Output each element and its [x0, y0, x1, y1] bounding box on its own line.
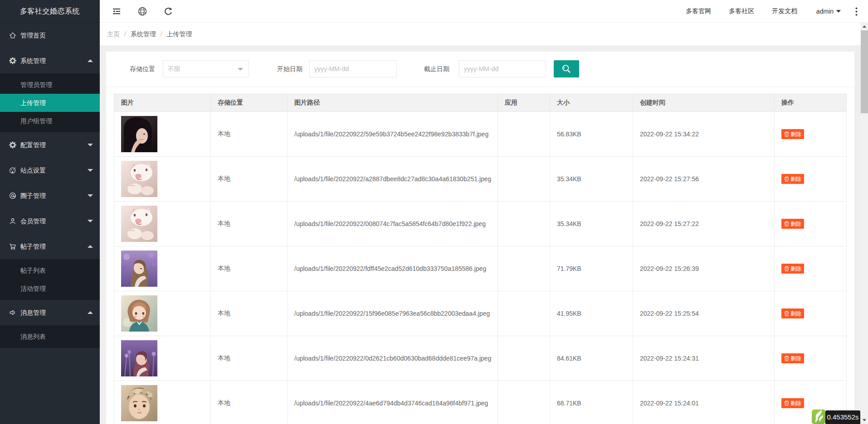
sidebar-item-system[interactable]: 系统管理 [0, 48, 100, 73]
cell-path: /uploads/1/file/20220922/4ae6d794db4d374… [288, 381, 498, 424]
delete-button[interactable]: 删除 [781, 398, 804, 408]
breadcrumb-home[interactable]: 主页 [107, 30, 120, 38]
upload-thumbnail[interactable] [121, 251, 210, 287]
sidebar-item-label: 消息管理 [20, 300, 46, 325]
upload-thumbnail[interactable] [121, 385, 210, 421]
chevron-down-icon [88, 144, 93, 146]
sidebar-item-post-list[interactable]: 帖子列表 [0, 261, 100, 279]
table-header-row: 图片 存储位置 图片路径 应用 大小 创建时间 操作 [114, 94, 847, 112]
refresh-button[interactable] [159, 0, 177, 23]
delete-button[interactable]: 删除 [781, 174, 804, 184]
cell-created: 2022-09-22 15:25:54 [633, 291, 775, 336]
col-app: 应用 [498, 94, 550, 112]
cell-storage: 本地 [211, 246, 288, 291]
upload-thumbnail[interactable] [121, 340, 210, 376]
delete-button[interactable]: 删除 [781, 129, 804, 139]
cell-size: 71.79KB [550, 246, 633, 291]
cell-actions: 删除 [775, 112, 847, 157]
delete-button[interactable]: 删除 [781, 219, 804, 229]
gear-icon [9, 57, 16, 64]
end-date-input[interactable] [459, 60, 546, 77]
cell-path: /uploads/1/file/20220922/fdff45e2cad52d6… [288, 246, 498, 291]
uploads-table-wrap: 图片 存储位置 图片路径 应用 大小 创建时间 操作 本地/uploads/1/… [114, 94, 847, 424]
start-date-label: 开始日期 [277, 60, 302, 77]
cell-path: /uploads/1/file/20220922/15f96e085e7963e… [288, 291, 498, 336]
upload-thumbnail[interactable] [121, 161, 210, 197]
sidebar-item-message[interactable]: 消息管理 [0, 300, 100, 325]
cell-created: 2022-09-22 15:26:39 [633, 246, 775, 291]
scroll-up-arrow[interactable] [861, 23, 868, 30]
delete-button[interactable]: 删除 [781, 308, 804, 318]
sidebar-item-usergroup-manage[interactable]: 用户组管理 [0, 112, 100, 130]
storage-select-value: 不限 [168, 61, 180, 77]
table-row: 本地/uploads/1/file/20220922/4ae6d794db4d3… [114, 381, 847, 424]
cell-storage: 本地 [211, 112, 288, 157]
sidebar-item-admin-manage[interactable]: 管理员管理 [0, 76, 100, 94]
scroll-down-arrow[interactable] [861, 416, 868, 424]
vertical-scrollbar[interactable] [861, 23, 868, 424]
more-menu-button[interactable] [851, 7, 862, 15]
chevron-up-icon [88, 245, 93, 248]
more-vertical-icon [855, 7, 858, 16]
cell-size: 35.34KB [550, 157, 633, 202]
search-button[interactable] [554, 60, 579, 77]
link-official-site[interactable]: 多客官网 [686, 7, 711, 15]
cell-path: /uploads/1/file/20220922/59e59b3724b5ee2… [288, 112, 498, 157]
sidebar-item-post[interactable]: 帖子管理 [0, 234, 100, 259]
sidebar-item-circle[interactable]: 圈子管理 [0, 183, 100, 208]
cell-size: 84.61KB [550, 336, 633, 381]
cell-image [114, 112, 211, 157]
sidebar-item-label: 圈子管理 [20, 183, 46, 208]
cell-actions: 删除 [775, 336, 847, 381]
chevron-down-icon [88, 194, 93, 197]
delete-label: 删除 [790, 353, 801, 363]
sidebar-nav: 管理首页 系统管理 管理员管理 上传管理 用户组管理 配置管理 站点设置 圈子管… [0, 23, 100, 348]
delete-button[interactable]: 删除 [781, 264, 804, 274]
thinkphp-debug-time[interactable]: 0.453552s [825, 410, 860, 424]
cell-storage: 本地 [211, 336, 288, 381]
link-dev-docs[interactable]: 开发文档 [772, 7, 797, 15]
cell-actions: 删除 [775, 157, 847, 202]
trash-icon [784, 356, 789, 361]
cell-size: 68.71KB [550, 381, 633, 424]
sidebar-item-site[interactable]: 站点设置 [0, 158, 100, 183]
scrollbar-thumb[interactable] [861, 30, 868, 113]
storage-select[interactable]: 不限 [163, 60, 249, 77]
delete-label: 删除 [790, 264, 801, 274]
collapse-sidebar-button[interactable] [107, 0, 126, 23]
sidebar-submenu-post: 帖子列表 活动管理 [0, 259, 100, 300]
sidebar-item-home[interactable]: 管理首页 [0, 23, 100, 48]
speaker-icon [9, 309, 16, 316]
cell-path: /uploads/1/file/20220922/a2887dbee8dc27a… [288, 157, 498, 202]
upload-thumbnail[interactable] [121, 206, 210, 242]
sidebar-item-member[interactable]: 会员管理 [0, 208, 100, 234]
upload-thumbnail[interactable] [121, 295, 210, 332]
thinkphp-debug-logo[interactable] [812, 410, 825, 424]
cell-actions: 删除 [775, 291, 847, 336]
breadcrumb-separator: / [161, 30, 162, 38]
language-globe-button[interactable] [133, 0, 151, 23]
cell-storage: 本地 [211, 291, 288, 336]
link-community[interactable]: 多客社区 [729, 7, 754, 15]
chevron-down-icon [88, 220, 93, 222]
upload-thumbnail[interactable] [121, 116, 210, 152]
chevron-down-icon[interactable] [836, 10, 841, 13]
user-menu[interactable]: admin [816, 8, 834, 15]
cell-actions: 删除 [775, 202, 847, 246]
table-row: 本地/uploads/1/file/20220922/fdff45e2cad52… [114, 246, 847, 291]
table-body: 本地/uploads/1/file/20220922/59e59b3724b5e… [114, 112, 847, 424]
cell-app [498, 291, 550, 336]
cell-storage: 本地 [211, 157, 288, 202]
sidebar-item-message-list[interactable]: 消息列表 [0, 328, 100, 346]
cell-size: 41.95KB [550, 291, 633, 336]
sidebar-item-config[interactable]: 配置管理 [0, 132, 100, 158]
sidebar-item-activity-manage[interactable]: 活动管理 [0, 279, 100, 298]
top-navbar: 多客官网 多客社区 开发文档 admin [100, 0, 868, 23]
delete-button[interactable]: 删除 [781, 353, 804, 363]
start-date-input[interactable] [309, 60, 397, 77]
trash-icon [784, 221, 789, 226]
delete-label: 删除 [790, 308, 801, 318]
sidebar-item-upload-manage[interactable]: 上传管理 [0, 94, 100, 112]
breadcrumb-current: 上传管理 [166, 30, 192, 38]
trash-icon [784, 400, 789, 406]
